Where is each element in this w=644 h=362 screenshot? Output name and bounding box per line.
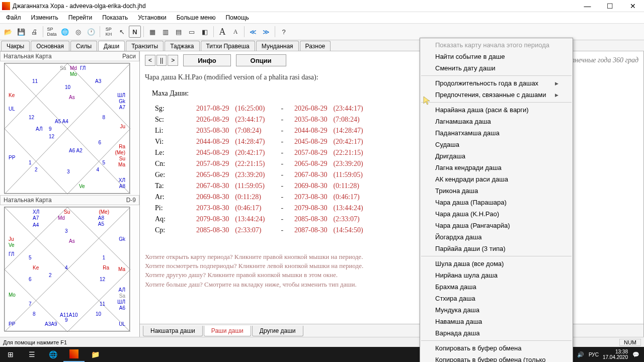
n-icon[interactable]: N	[129, 26, 141, 38]
context-item[interactable]: Судаша	[420, 139, 573, 150]
taskview-button[interactable]: ☰	[21, 347, 42, 362]
tab-Транзиты[interactable]: Транзиты	[126, 41, 164, 51]
dasha-row[interactable]: Cn:2057-08-29(22:21:15)-2065-08-29(23:39…	[155, 159, 368, 169]
context-item[interactable]: Паданатхамша даша	[420, 127, 573, 139]
bottom-tab-Накшатра даши[interactable]: Накшатра даши	[143, 326, 203, 336]
tray-notif-icon[interactable]: 💬	[632, 350, 640, 358]
menu-Установки[interactable]: Установки	[134, 13, 170, 22]
context-item[interactable]: Чара даша (Парашара)	[420, 197, 573, 208]
chart-icon[interactable]: ▤	[173, 26, 185, 38]
chrome-icon[interactable]: 🌐	[42, 347, 63, 362]
font-small-icon[interactable]: A	[229, 26, 242, 38]
spkn-icon[interactable]: SPKH	[103, 26, 115, 38]
close-button[interactable]: ✕	[621, 0, 644, 12]
menu-Показать[interactable]: Показать	[98, 13, 132, 22]
grid-icon[interactable]: ▦	[146, 26, 158, 38]
print-icon[interactable]: 🖨	[28, 26, 40, 38]
tab-Силы[interactable]: Силы	[70, 41, 97, 51]
context-item[interactable]: Брахма даша	[420, 281, 573, 293]
bars-icon[interactable]: ▭	[186, 26, 198, 38]
data-icon[interactable]: SPData	[46, 26, 58, 38]
dasha-row[interactable]: Ta:2067-08-30(11:59:05)-2069-08-30(0:11:…	[155, 181, 368, 191]
info-button[interactable]: Инфо	[183, 54, 230, 66]
box-icon[interactable]: ◧	[199, 26, 211, 38]
dasha-row[interactable]: Li:2035-08-30(7:08:24)-2044-08-29(14:28:…	[155, 126, 368, 136]
tray-lang[interactable]: РУС	[589, 352, 599, 357]
dasha-row[interactable]: Le:2045-08-29(20:42:17)-2057-08-29(22:21…	[155, 148, 368, 158]
context-item[interactable]: Сменить дату даши	[420, 62, 573, 74]
menu-Больше меню[interactable]: Больше меню	[173, 13, 220, 22]
status-help: Для помощи нажмите F1	[3, 339, 67, 345]
bottom-tab-Раши даши[interactable]: Раши даши	[204, 326, 251, 336]
dasha-row[interactable]: Ge:2065-08-29(23:39:20)-2067-08-30(11:59…	[155, 170, 368, 180]
prev-button[interactable]: <	[145, 55, 155, 66]
natal-chart-rasi[interactable]: SaMdГЛ Mo 11A3 10 Ke As ШЛGkA7 UL 128 A5…	[4, 63, 130, 194]
context-item[interactable]: Нирйана шула даша	[420, 269, 573, 281]
save-icon[interactable]: 💾	[15, 26, 27, 38]
context-item[interactable]: Трикона даша	[420, 185, 573, 197]
dasha-row[interactable]: Sc:2026-08-29(23:44:17)-2035-08-30(7:08:…	[155, 115, 368, 125]
context-item[interactable]: Варнада даша	[420, 327, 573, 339]
tray-clock[interactable]: 13:3817.04.2020	[603, 349, 628, 360]
context-item[interactable]: Парйайа даши (3 типа)	[420, 243, 573, 254]
dasha-row[interactable]: Sg:2017-08-29(16:25:00)-2026-08-29(23:44…	[155, 104, 368, 114]
dasha-row[interactable]: Pi:2073-08-30(0:46:17)-2079-08-30(13:44:…	[155, 203, 368, 213]
dasha-row[interactable]: Ar:2069-08-30(0:11:28)-2073-08-30(0:46:1…	[155, 192, 368, 202]
bottom-tab-Другие даши[interactable]: Другие даши	[252, 326, 303, 336]
tab-Основная[interactable]: Основная	[31, 41, 69, 51]
context-menu[interactable]: Показать карту начала этого периодаНайти…	[420, 38, 573, 362]
explorer-icon[interactable]: 📁	[85, 347, 106, 362]
tab-Даши[interactable]: Даши	[98, 41, 125, 51]
minimize-button[interactable]: —	[576, 0, 599, 12]
context-item[interactable]: Чара даша (Рангачарйа)	[420, 220, 573, 231]
pause-button[interactable]: ||	[156, 55, 167, 66]
pointer-icon[interactable]: ↖	[116, 26, 128, 38]
context-item[interactable]: Найти событие в даше	[420, 51, 573, 62]
next-button[interactable]: >	[168, 55, 178, 66]
dasha-row[interactable]: Cp:2085-08-30(2:33:07)-2087-08-30(14:54:…	[155, 225, 368, 235]
grid2-icon[interactable]: ▥	[159, 26, 172, 38]
open-icon[interactable]: 📂	[2, 26, 14, 38]
jhora-taskbar-icon[interactable]	[63, 347, 85, 362]
tab-Таджака[interactable]: Таджака	[165, 41, 199, 51]
prev-icon[interactable]: ≪	[247, 26, 259, 38]
context-item[interactable]: Йогардха даша	[420, 231, 573, 243]
context-item[interactable]: АК кендради раси даша	[420, 173, 573, 185]
context-item[interactable]: Чара даша (K.H.Pao)	[420, 208, 573, 220]
tab-Мунданная[interactable]: Мунданная	[256, 41, 299, 51]
context-item[interactable]: Нарайана даша (раси & варги)	[420, 104, 573, 116]
context-item[interactable]: Лагнамшака даша	[420, 116, 573, 127]
font-big-icon[interactable]: A	[216, 26, 228, 38]
dasha-row[interactable]: Aq:2079-08-30(13:44:24)-2085-08-30(2:33:…	[155, 214, 368, 224]
context-item[interactable]: Предпочтения, связанные с дашами▶	[420, 89, 573, 101]
tab-Разное[interactable]: Разное	[300, 41, 331, 51]
context-item[interactable]: Лагна кендради даша	[420, 162, 573, 173]
menu-Перейти[interactable]: Перейти	[64, 13, 97, 22]
tab-Титхи Правеша[interactable]: Титхи Правеша	[201, 41, 255, 51]
context-item[interactable]: Продолжительность года в дашах▶	[420, 77, 573, 89]
chart2-title: Натальная Карта	[4, 197, 52, 204]
maximize-button[interactable]: ☐	[599, 0, 621, 12]
menu-Изменить[interactable]: Изменить	[27, 13, 62, 22]
help-icon[interactable]: ?	[278, 26, 290, 38]
tab-Чакры[interactable]: Чакры	[1, 41, 30, 51]
natal-chart-d9[interactable]: ХЛSu(Me) A7MdA8A5 A4 3 JuVe As Gk ГЛ 51 …	[4, 207, 130, 331]
context-item[interactable]: Стхира даша	[420, 293, 573, 304]
context-item[interactable]: Копировать в буфер обмена (только даты)	[420, 354, 573, 362]
context-item[interactable]: Навамша даша	[420, 316, 573, 327]
tray-sound-icon[interactable]: 🔊	[577, 350, 585, 358]
clock-icon[interactable]: 🕐	[85, 26, 97, 38]
dasha-table[interactable]: Sg:2017-08-29(16:25:00)-2026-08-29(23:44…	[154, 103, 369, 236]
menu-Помощь[interactable]: Помощь	[221, 13, 253, 22]
context-item[interactable]: Копировать в буфер обмена	[420, 342, 573, 354]
dasha-row[interactable]: Vi:2044-08-29(14:28:47)-2045-08-29(20:42…	[155, 137, 368, 147]
menu-Файл[interactable]: Файл	[2, 13, 25, 22]
next-icon[interactable]: ≫	[260, 26, 272, 38]
options-button[interactable]: Опции	[236, 54, 286, 66]
context-item[interactable]: Дригдаша	[420, 150, 573, 162]
context-item[interactable]: Шула даша (все дома)	[420, 258, 573, 269]
globe-icon[interactable]: 🌐	[59, 26, 71, 38]
context-item[interactable]: Мундука даша	[420, 304, 573, 316]
start-button[interactable]: ⊞	[0, 347, 21, 362]
target-icon[interactable]: ◎	[72, 26, 84, 38]
